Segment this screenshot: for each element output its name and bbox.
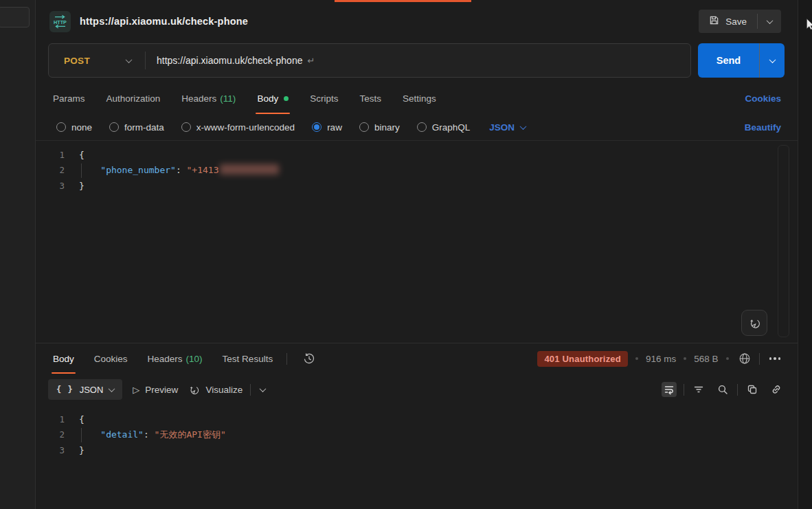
tab-headers[interactable]: Headers(11) — [181, 82, 236, 114]
redacted-phone-number — [220, 164, 279, 174]
request-header: HTTP https://api.xiaomu.uk/check-phone — [36, 0, 798, 43]
json-key: "phone_number" — [100, 165, 176, 175]
link-icon — [771, 384, 782, 395]
request-tabs: Params Authorization Headers(11) Body Sc… — [36, 82, 798, 114]
response-format-select[interactable]: { } JSON — [48, 379, 122, 400]
visualize-dropdown-button[interactable] — [258, 385, 267, 394]
json-value: "无效的API密钥" — [155, 429, 226, 440]
send-dropdown-button[interactable] — [760, 43, 785, 78]
svg-text:HTTP: HTTP — [54, 19, 67, 25]
wrap-text-button[interactable] — [662, 382, 677, 397]
response-status-group: 401 Unauthorized 916 ms 568 B — [537, 350, 784, 367]
indent-guide — [81, 163, 82, 177]
tab-authorization[interactable]: Authorization — [106, 82, 161, 114]
app-window: HTTP https://api.xiaomu.uk/check-phone — [0, 0, 812, 509]
radio-icon — [56, 122, 66, 132]
chevron-down-icon — [126, 56, 133, 63]
tab-body[interactable]: Body — [257, 82, 289, 114]
response-headers-count: (10) — [186, 354, 203, 364]
response-tab-body[interactable]: Body — [53, 343, 74, 374]
response-tab-test-results[interactable]: Test Results — [223, 343, 273, 374]
dot-separator — [635, 357, 638, 360]
line-number: 1 — [36, 148, 75, 163]
save-dropdown-button[interactable] — [758, 10, 781, 33]
tab-settings[interactable]: Settings — [403, 82, 436, 114]
code-line: 2 "phone_number": "+1413 — [36, 163, 798, 178]
send-button[interactable]: Send — [698, 43, 759, 78]
copy-icon — [747, 384, 758, 395]
divider — [286, 353, 287, 365]
mode-x-www-form-urlencoded[interactable]: x-www-form-urlencoded — [181, 122, 295, 133]
divider — [759, 353, 760, 365]
mode-graphql[interactable]: GraphQL — [417, 122, 471, 133]
line-number: 3 — [36, 179, 75, 194]
tab-scripts[interactable]: Scripts — [310, 82, 338, 114]
line-number: 2 — [36, 427, 75, 442]
code-line: 1 { — [36, 412, 798, 427]
visualize-sparkle-icon — [188, 384, 200, 396]
http-request-icon: HTTP — [49, 11, 71, 32]
status-badge[interactable]: 401 Unauthorized — [537, 351, 628, 367]
history-icon — [303, 352, 315, 365]
json-braces-icon: { } — [56, 385, 74, 394]
mouse-cursor — [807, 19, 812, 32]
tab-params[interactable]: Params — [53, 82, 85, 114]
mode-none[interactable]: none — [56, 122, 92, 133]
cookies-link[interactable]: Cookies — [745, 93, 781, 104]
search-button[interactable] — [715, 382, 730, 397]
request-url-row: POST https://api.xiaomu.uk/check-phone↵ … — [36, 43, 798, 82]
divider — [684, 384, 684, 396]
url-box: POST https://api.xiaomu.uk/check-phone↵ — [48, 43, 691, 78]
beautify-link[interactable]: Beautify — [745, 122, 781, 133]
radio-selected-icon — [312, 122, 322, 132]
ellipsis-icon — [768, 356, 782, 361]
globe-icon — [738, 352, 751, 365]
response-time[interactable]: 916 ms — [646, 354, 676, 364]
sidebar-collapsed-tab[interactable] — [0, 7, 30, 27]
radio-icon — [181, 122, 191, 132]
left-sidebar — [0, 0, 36, 509]
response-body-editor[interactable]: 1 { 2 "detail": "无效的API密钥" 3 } — [36, 405, 798, 509]
save-button-group: Save — [699, 10, 781, 33]
postbot-button[interactable] — [741, 310, 767, 336]
postbot-sparkle-icon — [748, 317, 761, 330]
save-icon — [709, 15, 719, 27]
code-line: 3 } — [36, 443, 798, 458]
url-input[interactable]: https://api.xiaomu.uk/check-phone↵ — [146, 55, 690, 66]
response-history-button[interactable] — [301, 350, 317, 367]
response-more-button[interactable] — [766, 354, 785, 363]
line-number: 1 — [36, 412, 75, 427]
response-tab-cookies[interactable]: Cookies — [94, 343, 128, 374]
response-toolbar: { } JSON ▷ Preview Visualize — [36, 374, 798, 405]
editor-scrollbar[interactable] — [778, 145, 789, 337]
main-panel: HTTP https://api.xiaomu.uk/check-phone — [36, 0, 798, 509]
tab-tests[interactable]: Tests — [359, 82, 381, 114]
response-size[interactable]: 568 B — [694, 354, 718, 364]
raw-language-select[interactable]: JSON — [489, 122, 526, 133]
save-button-label: Save — [725, 16, 747, 27]
mode-form-data[interactable]: form-data — [109, 122, 164, 133]
copy-button[interactable] — [745, 382, 760, 397]
response-format-label: JSON — [80, 385, 104, 395]
save-button[interactable]: Save — [699, 10, 757, 33]
mode-binary[interactable]: binary — [359, 122, 400, 133]
url-text: https://api.xiaomu.uk/check-phone — [157, 55, 302, 66]
radio-icon — [417, 122, 427, 132]
chevron-down-icon — [769, 56, 776, 63]
response-tab-headers[interactable]: Headers(10) — [148, 343, 203, 374]
request-body-editor[interactable]: 1 { 2 "phone_number": "+1413 3 } — [36, 140, 798, 343]
network-info-button[interactable] — [736, 350, 753, 367]
chevron-down-icon — [766, 17, 773, 24]
mode-raw[interactable]: raw — [312, 122, 342, 133]
line-number: 2 — [36, 163, 75, 178]
method-select[interactable]: POST — [49, 56, 145, 66]
radio-icon — [359, 122, 369, 132]
method-label: POST — [64, 56, 90, 66]
visualize-button[interactable]: Visualize — [188, 384, 243, 396]
enter-hint-icon: ↵ — [307, 56, 315, 66]
preview-button[interactable]: ▷ Preview — [133, 385, 178, 395]
filter-button[interactable] — [691, 382, 706, 397]
link-button[interactable] — [769, 382, 784, 397]
response-panel: Body Cookies Headers(10) Test Results 40… — [36, 343, 798, 509]
wrap-text-icon — [664, 384, 675, 395]
